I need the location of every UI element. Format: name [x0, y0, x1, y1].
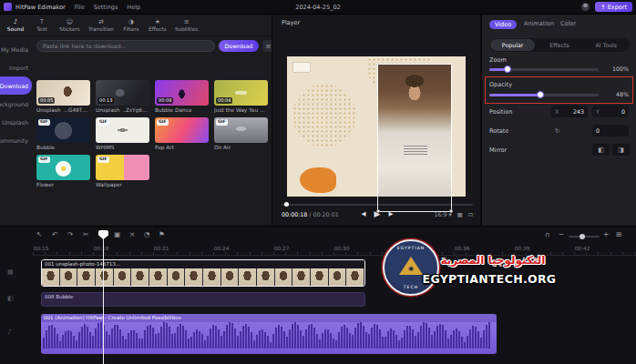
timeline-zoom-knob[interactable] — [580, 234, 585, 239]
rotate-dial-icon[interactable]: ↻ — [555, 127, 559, 135]
tab-filters[interactable]: ◑ Filters — [122, 18, 140, 32]
menu-file[interactable]: File — [75, 4, 85, 11]
media-name: Bubble Dance — [155, 107, 209, 113]
waveform-bar — [278, 325, 280, 349]
crop-button[interactable]: ▣ — [114, 230, 120, 239]
sidebar-item-my-media[interactable]: My Media — [0, 40, 32, 58]
menu-help[interactable]: Help — [127, 4, 140, 11]
redo-button[interactable]: ↷ — [67, 230, 73, 239]
zoom-slider[interactable] — [489, 68, 599, 71]
media-card[interactable]: GIF Wallpaper — [96, 155, 149, 187]
cursor-tool-button[interactable]: ↖ — [36, 230, 42, 239]
magnet-toggle[interactable]: ∩ — [545, 230, 550, 239]
sidebar-item-community[interactable]: Community — [0, 131, 32, 149]
player-scrubber[interactable] — [282, 204, 473, 206]
media-card[interactable]: 00:05 Unsplash_...G49Tg6r — [36, 80, 90, 113]
position-y-field[interactable]: Y 0 — [592, 106, 629, 117]
rotate-value-field[interactable]: 0 — [592, 125, 629, 136]
opacity-slider-knob[interactable] — [537, 91, 544, 98]
media-card[interactable]: GIF On Air — [214, 117, 268, 150]
sidebar-item-background[interactable]: Background — [0, 95, 32, 113]
ruler-label: 00:30 — [334, 246, 350, 251]
sound-icon: ♪ — [14, 18, 17, 25]
sidebar-item-unsplash[interactable]: Unsplash — [0, 113, 32, 131]
download-button[interactable]: Download — [219, 40, 259, 52]
gif-badge: GIF — [38, 119, 50, 126]
media-thumb[interactable]: GIF — [214, 117, 268, 143]
tab-sound[interactable]: ♪ Sound — [6, 18, 25, 32]
marker-button[interactable]: ⚑ — [159, 230, 165, 239]
fit-timeline-button[interactable]: ⊞ — [616, 230, 621, 239]
playhead-line[interactable] — [103, 231, 104, 364]
media-card[interactable]: GIF Bubble — [36, 117, 90, 150]
media-thumb[interactable]: GIF — [96, 155, 149, 180]
preview-canvas[interactable] — [287, 56, 466, 197]
tab-transition[interactable]: ⇄ Transition — [88, 18, 114, 32]
opacity-slider[interactable] — [489, 94, 599, 96]
tab-animation[interactable]: Animation — [524, 20, 554, 27]
overlay-clip[interactable]: 008 Bubble — [41, 292, 365, 307]
media-card[interactable]: GIF WHIMS — [96, 117, 149, 150]
mirror-vertical-button[interactable]: ◨ — [612, 144, 630, 156]
watermark-site-text: EGYPTIANTECH.ORG — [419, 272, 559, 286]
zoom-out-button[interactable]: − — [559, 230, 564, 239]
media-thumb[interactable]: GIF — [36, 117, 90, 143]
media-thumb[interactable]: GIF — [96, 117, 149, 143]
subtab-effects[interactable]: Effects — [537, 39, 581, 51]
tab-color[interactable]: Color — [560, 20, 576, 27]
media-card[interactable]: 00:13 Unsplash_..ZsYg6BU — [96, 80, 149, 113]
position-x-field[interactable]: X 243 — [551, 106, 588, 117]
audio-clip[interactable]: 001 (Animation) HitPaw - Create Unlimite… — [41, 314, 497, 354]
speed-button[interactable]: ◔ — [144, 230, 150, 239]
scrubber-handle[interactable] — [284, 202, 289, 207]
tab-subtitles[interactable]: ≡ Subtitles — [175, 18, 198, 32]
media-card[interactable]: 00:08 Bubble Dance — [155, 80, 209, 113]
zoom-in-button[interactable]: + — [603, 230, 609, 239]
grid-icon[interactable]: ▦ — [457, 211, 463, 217]
media-thumb[interactable]: 00:13 — [96, 80, 149, 106]
split-button[interactable]: ✂ — [83, 230, 88, 239]
paste-link-input[interactable] — [36, 40, 215, 52]
zoom-label: Zoom — [489, 56, 507, 64]
zoom-slider-knob[interactable] — [504, 66, 511, 73]
waveform-bar — [305, 329, 307, 349]
ratio-select[interactable]: 16:9 ▾ — [434, 211, 451, 217]
waveform-bar — [385, 337, 386, 349]
media-thumb[interactable]: GIF — [155, 117, 209, 143]
sidebar-item-import[interactable]: Import — [0, 58, 32, 76]
subtab-group: Popular Effects AI Tools — [489, 38, 630, 52]
subtab-popular[interactable]: Popular — [490, 39, 535, 51]
playhead-handle[interactable] — [98, 230, 108, 239]
delete-button[interactable]: × — [129, 230, 135, 239]
timeline-zoom-slider[interactable] — [569, 236, 600, 238]
y-value: 0 — [621, 108, 625, 115]
media-thumb[interactable]: 00:04 — [214, 80, 268, 106]
export-button[interactable]: ↑ Export — [595, 2, 632, 12]
fullscreen-icon[interactable]: ⊡ — [468, 211, 473, 217]
photo-clip[interactable] — [378, 64, 451, 197]
tab-effects[interactable]: ★ Effects — [149, 18, 167, 32]
media-card[interactable]: 00:04 Just the Way You Are — [214, 80, 268, 113]
sidebar-item-download[interactable]: Download — [0, 76, 32, 95]
video-clip[interactable]: 001 unsplash-photo-148713... — [41, 259, 365, 287]
media-card[interactable]: GIF Pop Art — [155, 117, 209, 150]
tab-stickers[interactable]: ☺ Stickers — [59, 18, 80, 32]
media-thumb[interactable]: 00:08 — [155, 80, 209, 106]
media-card[interactable]: GIF Flower — [36, 155, 90, 187]
user-avatar[interactable] — [581, 3, 590, 11]
mirror-horizontal-button[interactable]: ◧ — [592, 144, 610, 156]
play-button[interactable]: ▶ — [374, 209, 381, 218]
clip-frame-thumb — [114, 268, 132, 286]
tab-video[interactable]: Video — [489, 20, 517, 29]
menu-settings[interactable]: Settings — [94, 4, 118, 11]
media-thumb[interactable]: 00:05 — [36, 80, 90, 106]
undo-button[interactable]: ↶ — [52, 230, 57, 239]
media-thumb[interactable]: GIF — [36, 155, 90, 180]
prev-frame-button[interactable]: ◀ — [362, 210, 366, 217]
media-name: Pop Art — [155, 145, 209, 150]
clip-frame-thumb — [42, 268, 60, 286]
next-frame-button[interactable]: ▶ — [388, 210, 393, 217]
subtab-ai-tools[interactable]: AI Tools — [584, 39, 629, 51]
tab-text[interactable]: T Text — [33, 18, 51, 32]
waveform-bar — [199, 331, 200, 349]
